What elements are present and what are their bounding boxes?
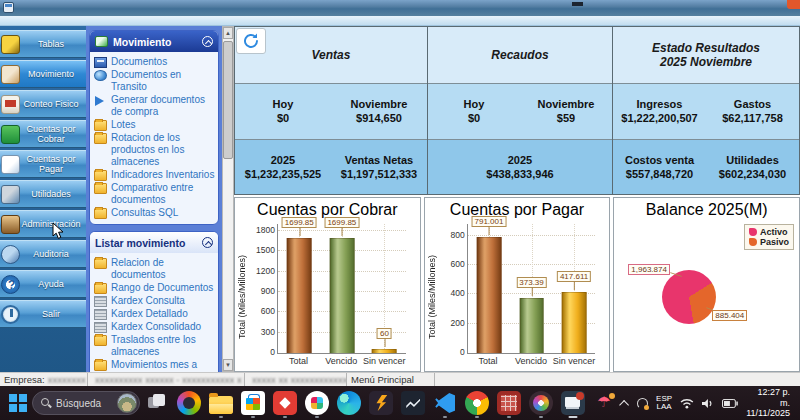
- sidebar-item-administracion[interactable]: Administración: [0, 210, 86, 238]
- movimiento-box-header[interactable]: Movimiento: [90, 31, 218, 52]
- battery-icon[interactable]: [722, 399, 738, 408]
- taskbar-paint-app-button[interactable]: [526, 387, 556, 419]
- movimiento-item-list: DocumentosDocumentos en TransitoGenerar …: [90, 52, 218, 224]
- collapse-chevron-icon[interactable]: [202, 237, 213, 248]
- menu-item-lotes[interactable]: Lotes: [94, 119, 216, 131]
- redacted-text: xxxxxxxxxx xxxxxx - xxxxxxxxxxx x xxxxx: [95, 374, 245, 385]
- menu-item-movimientos-mes-a-mes[interactable]: Movimientos mes a mes: [94, 359, 216, 372]
- metric-label: Costos venta: [613, 153, 706, 167]
- menu-item-indicadores-inventarios[interactable]: Indicadores Inventarios: [94, 169, 216, 181]
- status-empresa: Empresa: xxxxxxxx xxxx: [0, 373, 88, 386]
- tray-sync-icon[interactable]: [637, 398, 648, 409]
- chart-cuentas-por-cobrar: Cuentas por Cobrar Total (Miles/Millones…: [234, 197, 421, 372]
- menu-item-label: Rotacion de los productos en los almacen…: [111, 132, 216, 168]
- sidebar-item-auditoria[interactable]: Auditoria: [0, 240, 86, 268]
- taskbar-app-s-button[interactable]: [366, 387, 396, 419]
- menu-item-kardex-consolidado[interactable]: Kardex Consolidado: [94, 321, 216, 333]
- taskbar-red-app-button[interactable]: [270, 387, 300, 419]
- menu-item-documentos[interactable]: Documentos: [94, 56, 216, 68]
- collapse-chevron-icon[interactable]: [202, 36, 213, 47]
- taskbar-access-app-button[interactable]: [494, 387, 524, 419]
- menu-item-label: Relacion de documentos: [111, 257, 216, 281]
- bar-value-label: 791.001: [471, 216, 506, 227]
- menu-item-rango-de-documentos[interactable]: Rango de Documentos: [94, 282, 216, 294]
- x-axis-labels: TotalVencidoSin vencer: [467, 356, 596, 369]
- metric-label: Noviembre: [331, 97, 427, 111]
- volume-icon[interactable]: [702, 398, 714, 409]
- menu-item-label: Rango de Documentos: [111, 282, 213, 294]
- auditoria-icon: [1, 245, 20, 264]
- running-app-indicator: [539, 416, 543, 419]
- taskbar-erp-app-button[interactable]: [558, 387, 588, 419]
- menu-item-documentos-en-transito[interactable]: Documentos en Transito: [94, 69, 216, 93]
- dashboard-main: VentasHoy$0Noviembre$914,6502025$1,232,2…: [234, 26, 800, 372]
- taskbar-weather-button[interactable]: [590, 387, 620, 419]
- sidebar-item-conteo-fisico[interactable]: Conteo Fisico: [0, 90, 86, 118]
- taskbar-chart-app-button[interactable]: [398, 387, 428, 419]
- sidebar-item-salir[interactable]: Salir: [0, 300, 86, 328]
- sidebar-item-cuentas-por-pagar[interactable]: Cuentas por Pagar: [0, 150, 86, 178]
- book-icon: [94, 57, 107, 68]
- arrow-icon: [94, 95, 107, 106]
- chart-title: Balance 2025(M): [614, 201, 799, 219]
- scroll-up-arrow-icon[interactable]: ▲: [223, 27, 233, 39]
- menu-item-kardex-consulta[interactable]: Kardex Consulta: [94, 295, 216, 307]
- taskbar-clock[interactable]: 12:27 p. m. 11/11/2025: [746, 387, 790, 419]
- menu-item-comparativo-entre-documentos[interactable]: Comparativo entre documentos: [94, 182, 216, 206]
- charts-row: Cuentas por Cobrar Total (Miles/Millones…: [234, 197, 800, 372]
- store-icon: [241, 391, 265, 415]
- menu-item-traslados-entre-los-almacenes[interactable]: Traslados entre los almacenes: [94, 334, 216, 358]
- scrollbar-thumb[interactable]: [223, 41, 233, 159]
- taskbar-chrome-button[interactable]: [462, 387, 492, 419]
- taskbar-edge-button[interactable]: [334, 387, 364, 419]
- nav-scrollbar[interactable]: ▲ ▼: [222, 26, 234, 372]
- start-button[interactable]: [6, 387, 30, 419]
- menu-item-label: Kardex Consulta: [111, 295, 185, 307]
- taskbar-slack-button[interactable]: [302, 387, 332, 419]
- refresh-button[interactable]: [236, 28, 266, 54]
- tray-chevron-icon[interactable]: [619, 399, 629, 409]
- sidebar-item-cuentas-por-cobrar[interactable]: Cuentas por Cobrar: [0, 120, 86, 148]
- table-icon: [94, 322, 107, 333]
- x-category-label: Vencido: [320, 356, 363, 369]
- title-line-1: Ventas: [312, 48, 351, 62]
- language-indicator[interactable]: ESPLAA: [656, 395, 672, 412]
- menu-item-rotacion-de-los-productos-en-los-almacenes[interactable]: Rotacion de los productos en los almacen…: [94, 132, 216, 168]
- minimize-button[interactable]: [572, 2, 583, 6]
- taskbar-task-view-button[interactable]: [142, 387, 172, 419]
- bar-slots: 1699.851699.8560: [278, 224, 406, 353]
- legend-entry-activo: Activo: [749, 227, 789, 237]
- taskbar-search[interactable]: Búsqueda: [32, 391, 140, 415]
- close-button[interactable]: [787, 0, 800, 9]
- metric-2025: 2025$438,833,946: [428, 153, 612, 181]
- wifi-icon[interactable]: [680, 398, 694, 409]
- menu-item-generar-documentos-de-compra[interactable]: Generar documentos de compra: [94, 94, 216, 118]
- summary-row: Hoy$0Noviembre$914,650: [235, 84, 427, 140]
- sidebar-item-ayuda[interactable]: Ayuda: [0, 270, 86, 298]
- taskbar-file-explorer-button[interactable]: [206, 387, 236, 419]
- menu-item-consultas-sql[interactable]: Consultas SQL: [94, 207, 216, 219]
- sidebar-item-movimiento[interactable]: Movimiento: [0, 60, 86, 88]
- copilot-icon: [177, 391, 201, 415]
- listar-box-header[interactable]: Listar movimiento: [90, 232, 218, 253]
- utilidades-icon: [1, 185, 20, 204]
- menu-item-relacion-de-documentos[interactable]: Relacion de documentos: [94, 257, 216, 281]
- metric-value: $59: [520, 111, 612, 125]
- red-app-icon: [273, 391, 297, 415]
- menu-item-kardex-detallado[interactable]: Kardex Detallado: [94, 308, 216, 320]
- sidebar-item-utilidades[interactable]: Utilidades: [0, 180, 86, 208]
- y-tick: 1500: [249, 245, 275, 255]
- taskbar: Búsqueda ESPLAA: [0, 386, 800, 420]
- taskbar-vscode-button[interactable]: [430, 387, 460, 419]
- search-icon: [41, 398, 51, 408]
- taskbar-copilot-button[interactable]: [174, 387, 204, 419]
- admin-icon: [1, 215, 20, 234]
- y-tick: 900: [249, 286, 275, 296]
- scroll-down-arrow-icon[interactable]: ▼: [223, 359, 233, 371]
- legend-label: Pasivo: [760, 237, 789, 247]
- sidebar-item-tablas[interactable]: Tablas: [0, 30, 86, 58]
- search-daily-image[interactable]: [117, 393, 137, 413]
- summary-row: Hoy$0Noviembre$59: [428, 84, 612, 140]
- taskbar-store-button[interactable]: [238, 387, 268, 419]
- metric-value: $602,234,030: [706, 167, 799, 181]
